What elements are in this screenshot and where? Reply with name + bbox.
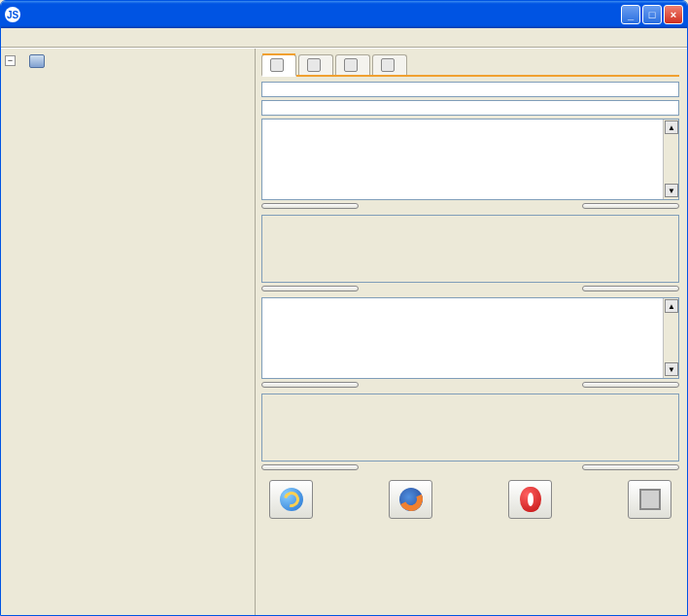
copy-code-1-button[interactable] <box>582 203 679 209</box>
copy-code-2-button <box>582 286 679 291</box>
app-window: JS _ □ × − <box>0 0 688 616</box>
content-panel: ▲▼ ▲▼ <box>256 49 687 615</box>
preview-opera-button[interactable] <box>508 480 552 519</box>
settings-icon <box>381 58 395 72</box>
preview-firefox-button[interactable] <box>389 480 432 519</box>
copy-code-3-button[interactable] <box>582 382 679 388</box>
scroll-down-icon[interactable]: ▼ <box>665 184 678 197</box>
copy-code-4-button <box>582 464 679 470</box>
code-box-1[interactable]: ▲▼ <box>261 119 679 200</box>
code-box-2 <box>261 215 679 283</box>
menubar <box>1 28 687 48</box>
view-icon <box>270 58 284 72</box>
name-field[interactable] <box>261 100 679 116</box>
preview-generic-button[interactable] <box>628 480 671 519</box>
menu-help[interactable] <box>32 36 44 40</box>
code-box-4 <box>261 394 679 462</box>
menu-action[interactable] <box>5 36 17 40</box>
scroll-up-icon[interactable]: ▲ <box>665 120 678 134</box>
maximize-button[interactable]: □ <box>642 5 662 24</box>
scroll-down-icon[interactable]: ▼ <box>665 362 678 376</box>
tab-bar <box>261 54 679 77</box>
preview-ie-button[interactable] <box>269 480 313 519</box>
tab-add-snippets[interactable] <box>298 54 333 75</box>
scrollbar[interactable]: ▲▼ <box>663 298 678 378</box>
generic-icon <box>639 489 661 510</box>
firefox-icon <box>399 488 423 511</box>
tab-snippets-view[interactable] <box>261 54 296 77</box>
category-tree[interactable]: − <box>1 49 256 615</box>
edit-code-1-button[interactable] <box>261 203 359 209</box>
edit-code-2-button <box>261 286 359 291</box>
collapse-icon[interactable]: − <box>5 55 16 66</box>
edit-code-3-button[interactable] <box>261 382 359 388</box>
tab-search-snippets[interactable] <box>335 54 370 75</box>
search-icon <box>344 58 358 72</box>
edit-code-4-button <box>261 464 359 470</box>
add-icon <box>307 58 321 72</box>
app-icon: JS <box>5 7 20 22</box>
scroll-up-icon[interactable]: ▲ <box>665 299 678 313</box>
tab-settings[interactable] <box>372 54 407 75</box>
category-field[interactable] <box>261 82 679 97</box>
close-button[interactable]: × <box>664 5 683 24</box>
code-box-3[interactable]: ▲▼ <box>261 297 679 379</box>
scrollbar[interactable]: ▲▼ <box>663 120 678 199</box>
tree-item-email-scripts[interactable]: − <box>3 52 253 69</box>
ie-icon <box>280 488 303 511</box>
opera-icon <box>520 487 541 512</box>
titlebar[interactable]: JS _ □ × <box>1 1 687 28</box>
menu-languages[interactable] <box>18 36 30 40</box>
folder-icon <box>29 54 45 68</box>
minimize-button[interactable]: _ <box>621 5 640 24</box>
